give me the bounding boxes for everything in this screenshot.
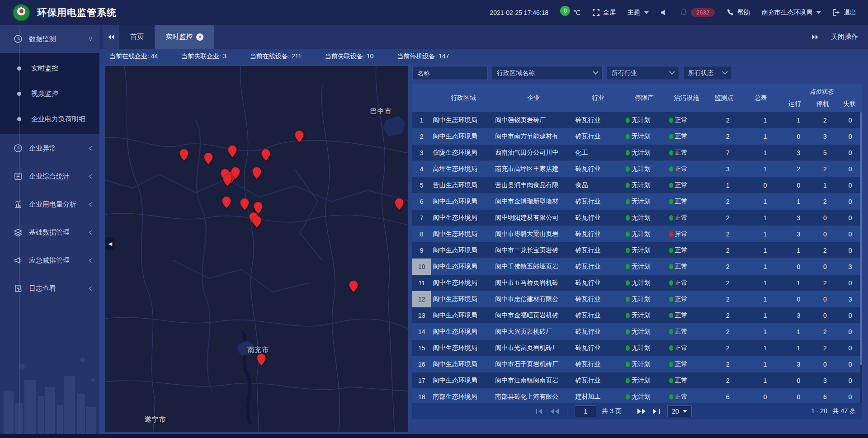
notifications-button[interactable]: 2632 (680, 8, 715, 17)
sidebar-item-5[interactable]: 基础数据管理ᐸ (0, 218, 99, 246)
status-dot-icon (626, 183, 630, 188)
cell-company: 南充市高坪区王家店建 (495, 165, 575, 173)
status-stat: 当前停机设备: 147 (397, 52, 449, 61)
sidebar-subitem-3[interactable]: 企业电力负荷明细 (0, 106, 99, 132)
map-pin-icon[interactable] (227, 145, 237, 158)
table-row[interactable]: 2阆中生态环境局阆中市南方节能建材有砖瓦行业无计划正常21030 (412, 128, 862, 145)
table-row[interactable]: 15阆中生态环境局阆中市光富页岩机砖厂砖瓦行业无计划正常21120 (412, 340, 862, 356)
table-row[interactable]: 5营山生态环境局营山县润丰肉食品有限食品无计划正常10010 (412, 177, 862, 193)
sidebar-item-6[interactable]: 应急减排管理ᐸ (0, 246, 99, 274)
close-operations-button[interactable]: 关闭操作 (831, 33, 858, 41)
sidebar-subitem-2[interactable]: 视频监控 (0, 81, 99, 106)
help-label: 帮助 (737, 9, 750, 17)
table-row[interactable]: 4高坪生态环境局南充市高坪区王家店建砖瓦行业无计划正常31220 (412, 161, 862, 177)
fullscreen-button[interactable]: 全屏 (592, 9, 616, 17)
cell-facility-status: 正常 (669, 328, 711, 336)
first-page-button[interactable] (534, 408, 544, 415)
map-pin-icon[interactable] (179, 149, 189, 161)
page-number-input[interactable] (575, 405, 596, 417)
table-row[interactable]: 14阆中生态环境局阆中大兴页岩机砖厂砖瓦行业无计划正常21120 (412, 324, 862, 340)
cell-points: 3 (711, 165, 745, 173)
map-pin-icon[interactable] (240, 198, 250, 211)
status-dot-icon (669, 199, 673, 204)
next-page-button[interactable] (637, 408, 646, 415)
table-row[interactable]: 16阆中生态环境局阆中市石子页岩机砖厂砖瓦行业无计划正常21300 (412, 356, 862, 372)
map-pin-icon[interactable] (256, 353, 266, 366)
cell-industry: 砖瓦行业 (575, 165, 625, 173)
table-row[interactable]: 10阆中生态环境局阆中千佛镇五郎垭页岩砖瓦行业无计划正常21003 (412, 259, 862, 275)
org-dropdown[interactable]: 南充市生态环境局 (762, 9, 821, 17)
logout-button[interactable]: 退出 (833, 9, 856, 17)
cell-run: 1 (785, 279, 811, 287)
table-row[interactable]: 8阆中生态环境局阆中市枣碧大梁山页岩砖瓦行业无计划异常21300 (412, 226, 862, 242)
help-button[interactable]: 帮助 (726, 9, 750, 17)
status-dot-icon (626, 329, 630, 334)
map-pin-icon[interactable] (222, 196, 231, 209)
cell-meters: 1 (745, 328, 786, 335)
total-pages-label: 共 3 页 (602, 407, 622, 415)
cell-points: 7 (711, 149, 745, 156)
pagination-bar: 共 3 页 20 1 - 20 共 47 条 (412, 403, 862, 419)
table-row[interactable]: 7阆中生态环境局阆中明阳建材有限公司砖瓦行业无计划正常21300 (412, 210, 862, 226)
map-pin-icon[interactable] (261, 149, 271, 161)
cell-points: 2 (711, 247, 745, 254)
table-scrollbar[interactable] (860, 112, 862, 403)
tab-home[interactable]: 首页 (119, 25, 155, 49)
sidebar-item-1[interactable]: 数据监测ᐯ (0, 25, 99, 53)
table-row[interactable]: 6阆中生态环境局阆中市金博瑞新型墙材砖瓦行业无计划正常21120 (412, 193, 862, 210)
sidebar-item-4[interactable]: 企业用电量分析ᐸ (0, 190, 99, 218)
table-scrollbar-thumb[interactable] (860, 112, 862, 365)
fullscreen-label: 全屏 (603, 9, 616, 17)
cell-points: 2 (711, 279, 745, 287)
industry-select[interactable]: 所有行业 (607, 66, 679, 80)
tab-realtime-monitor[interactable]: 实时监控 ✕ (155, 25, 214, 49)
cell-lost: 3 (838, 263, 862, 270)
table-row[interactable]: 13阆中生态环境局阆中市金福旺页岩机砖砖瓦行业无计划正常21300 (412, 307, 862, 324)
table-row[interactable]: 17阆中生态环境局阆中市江南镇阆南页岩砖瓦行业无计划正常21030 (412, 372, 862, 389)
mute-button[interactable] (660, 9, 668, 16)
cell-facility-status: 异常 (669, 230, 711, 238)
tabs-scroll-left-button[interactable] (103, 25, 119, 49)
sidebar-subitem-1[interactable]: 实时监控 (0, 56, 99, 81)
close-icon[interactable]: ✕ (196, 33, 203, 41)
name-search-input[interactable] (412, 66, 488, 80)
map-pin-icon[interactable] (394, 198, 404, 211)
tabbar-right: 关闭操作 (811, 25, 868, 49)
table-row[interactable]: 9阆中生态环境局阆中市二龙长宝页岩砖砖瓦行业无计划正常21120 (412, 242, 862, 259)
map-pin-icon[interactable] (222, 174, 232, 187)
cell-run: 1 (785, 247, 811, 254)
theme-dropdown[interactable]: 主题 (627, 9, 649, 17)
cell-stop: 2 (812, 328, 838, 335)
bullet-icon (17, 66, 21, 71)
table-row[interactable]: 11阆中生态环境局阆中市五马桥页岩机砖砖瓦行业无计划正常21120 (412, 275, 862, 291)
tabs-scroll-right-button[interactable] (811, 34, 819, 40)
cell-index: 18 (412, 389, 431, 403)
cell-plan-status: 无计划 (626, 328, 669, 336)
map-pin-icon[interactable] (294, 130, 304, 143)
map-pin-icon[interactable] (252, 216, 262, 228)
prev-page-button[interactable] (550, 408, 560, 415)
sidebar-item-3[interactable]: 企业综合统计ᐸ (0, 162, 99, 190)
status-dot-icon (626, 166, 630, 172)
sidebar-item-7[interactable]: 日志查看ᐸ (0, 274, 99, 302)
cell-run: 0 (785, 296, 811, 303)
status-dot-icon (669, 345, 673, 351)
panel-collapse-button[interactable]: ◀ (105, 237, 115, 250)
region-select[interactable]: 行政区域名称 (492, 66, 603, 80)
table-row[interactable]: 3仪陇生态环境局西南油气田分公司川中化工无计划正常71350 (412, 145, 862, 161)
status-dot-icon (626, 215, 630, 221)
map-pin-icon[interactable] (252, 167, 262, 179)
status-dot-icon (669, 362, 673, 367)
page-size-select[interactable]: 20 (667, 405, 692, 417)
status-select[interactable]: 所有状态 (683, 66, 732, 80)
table-row[interactable]: 12阆中生态环境局阆中市忠信建材有限公砖瓦行业无计划正常21003 (412, 291, 862, 307)
map-panel[interactable]: 巴中市南充市遂宁市 ◀ (105, 66, 408, 432)
cell-points: 2 (711, 231, 745, 238)
table-row[interactable]: 1阆中生态环境局阆中强锐页岩砖厂砖瓦行业无计划正常21120 (412, 112, 862, 128)
sidebar-item-2[interactable]: 企业异常ᐸ (0, 134, 99, 162)
map-pin-icon[interactable] (349, 280, 359, 293)
map-pin-icon[interactable] (203, 152, 213, 165)
last-page-button[interactable] (652, 408, 662, 415)
table-row[interactable]: 18南部生态环境局南部县砖化上河有限公建材加工无计划正常60060 (412, 389, 862, 403)
record-range: 1 - 20 共 47 条 (811, 407, 856, 415)
